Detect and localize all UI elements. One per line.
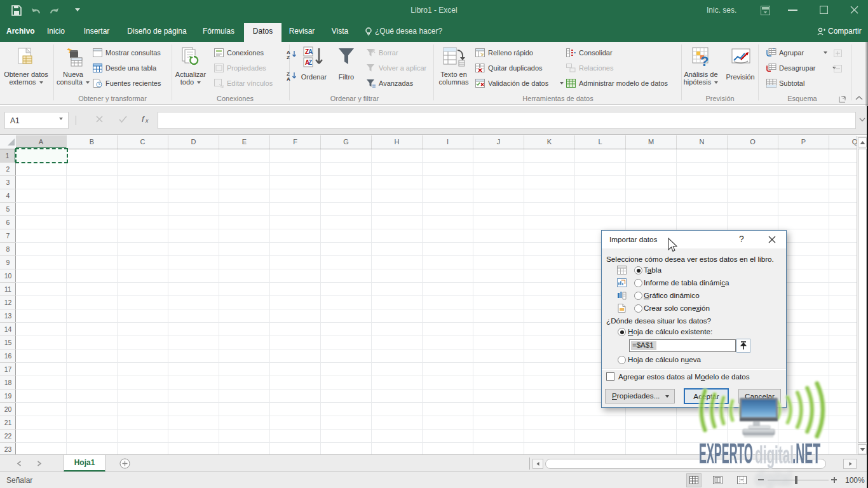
svg-text:.NET: .NET	[792, 438, 820, 469]
svg-text:Z: Z	[308, 59, 312, 66]
svg-text:A: A	[287, 76, 290, 81]
svg-text:Z: Z	[287, 55, 290, 60]
svg-text:digital: digital	[755, 442, 794, 468]
svg-text:A: A	[308, 48, 313, 55]
svg-text:digital: digital	[755, 466, 792, 488]
svg-text:f: f	[142, 114, 145, 123]
svg-text:x: x	[145, 118, 149, 123]
svg-text:?: ?	[700, 53, 709, 68]
svg-text:EXPERTO: EXPERTO	[699, 438, 753, 469]
